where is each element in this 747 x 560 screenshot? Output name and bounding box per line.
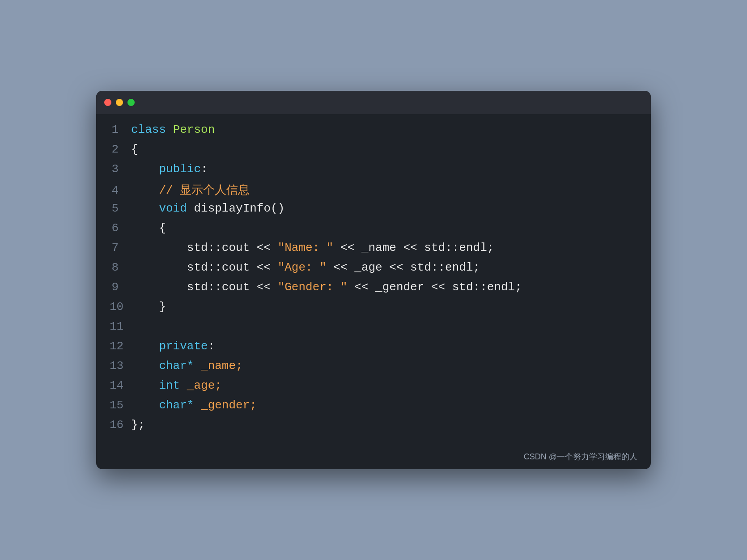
token: } [131,300,166,314]
token: char* [131,399,201,412]
code-line: 3 public: [96,162,651,182]
token: }; [131,418,145,432]
line-content: // 显示个人信息 [131,182,250,198]
line-content: } [131,300,166,314]
line-content: class Person [131,123,215,136]
token: std::cout << [131,241,278,255]
token: displayInfo() [194,202,284,215]
line-number: 8 [110,261,131,274]
token: << _gender << std::endl; [348,280,522,294]
token: class [131,123,173,136]
token: public [131,162,201,176]
line-content: public: [131,162,208,176]
line-content: { [131,221,166,235]
token: void [131,202,194,215]
token: std::cout << [131,280,278,294]
line-number: 3 [110,162,131,176]
token: _gender; [201,399,257,412]
token: std::cout << [131,261,278,274]
code-line: 13 char* _name; [96,359,651,379]
line-number: 13 [110,359,131,373]
line-number: 10 [110,300,131,314]
code-line: 15 char* _gender; [96,399,651,418]
token: "Age: " [278,261,327,274]
close-button[interactable] [104,99,111,106]
code-line: 5 void displayInfo() [96,202,651,221]
line-number: 2 [110,143,131,156]
line-number: 4 [110,184,131,197]
token: _name; [201,359,243,373]
minimize-button[interactable] [116,99,123,106]
code-line: 2{ [96,143,651,162]
line-content: { [131,143,138,156]
line-content: char* _name; [131,359,243,373]
line-number: 16 [110,418,131,432]
line-number: 15 [110,399,131,412]
token: private [131,339,208,353]
code-line: 12 private: [96,339,651,359]
token: { [131,143,138,156]
code-line: 6 { [96,221,651,241]
code-line: 8 std::cout << "Age: " << _age << std::e… [96,261,651,280]
code-area: 1class Person2{3 public:4 // 显示个人信息5 voi… [96,114,651,451]
line-content: }; [131,418,145,432]
code-line: 9 std::cout << "Gender: " << _gender << … [96,280,651,300]
token: char* [131,359,201,373]
token: : [201,162,208,176]
code-line: 16}; [96,418,651,438]
line-number: 1 [110,123,131,136]
line-number: 14 [110,379,131,392]
line-number: 5 [110,202,131,215]
code-line: 4 // 显示个人信息 [96,182,651,202]
code-line: 1class Person [96,123,651,143]
token: { [131,221,166,235]
line-number: 9 [110,280,131,294]
line-number: 7 [110,241,131,255]
line-number: 6 [110,221,131,235]
titlebar [96,91,651,114]
line-content: private: [131,339,215,353]
line-content: int _age; [131,379,222,392]
token: << _age << std::endl; [327,261,480,274]
watermark: CSDN @一个努力学习编程的人 [96,451,651,469]
token: _age; [187,379,222,392]
maximize-button[interactable] [127,99,135,106]
token: : [208,339,215,353]
line-number: 11 [110,320,131,333]
code-line: 10 } [96,300,651,320]
token: "Gender: " [278,280,348,294]
token: "Name: " [278,241,334,255]
token: << _name << std::endl; [333,241,494,255]
line-content: std::cout << "Age: " << _age << std::end… [131,261,480,274]
code-line: 14 int _age; [96,379,651,399]
code-line: 7 std::cout << "Name: " << _name << std:… [96,241,651,261]
line-content: std::cout << "Name: " << _name << std::e… [131,241,494,255]
line-number: 12 [110,339,131,353]
token: // 显示个人信息 [131,184,250,197]
token: int [131,379,187,392]
line-content: void displayInfo() [131,202,284,215]
code-window: 1class Person2{3 public:4 // 显示个人信息5 voi… [96,91,651,469]
token: Person [173,123,215,136]
code-line: 11 [96,320,651,339]
line-content: std::cout << "Gender: " << _gender << st… [131,280,522,294]
line-content: char* _gender; [131,399,257,412]
